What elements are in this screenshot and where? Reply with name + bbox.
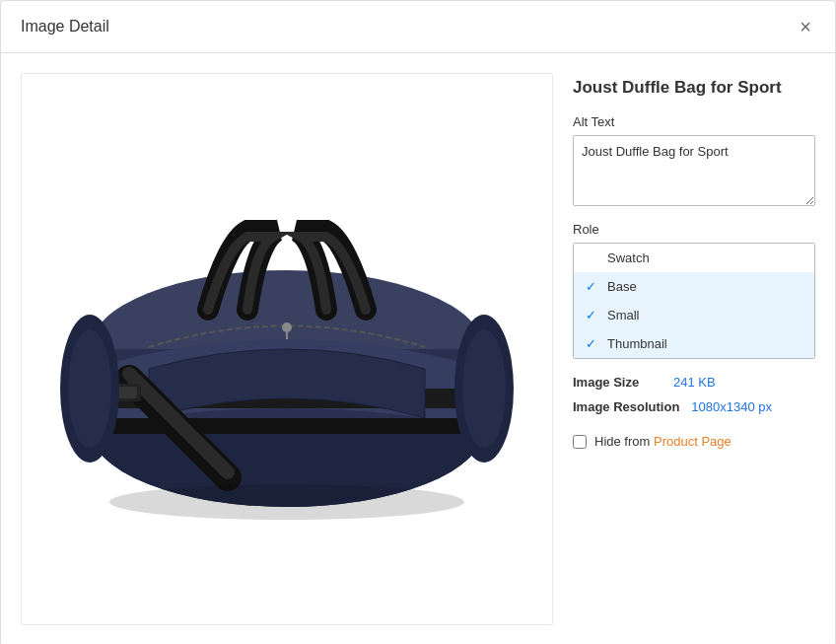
role-option-small[interactable]: ✓ Small <box>574 301 814 329</box>
role-listbox: Swatch ✓ Base ✓ Small ✓ Thumbnail <box>573 243 815 359</box>
image-resolution-label: Image Resolution <box>573 399 679 414</box>
image-size-value: 241 KB <box>673 375 716 390</box>
hide-label-prefix: Hide from <box>594 434 654 449</box>
role-small-label: Small <box>607 308 640 322</box>
svg-point-10 <box>462 329 506 448</box>
image-resolution-row: Image Resolution 1080x1340 px <box>573 399 815 414</box>
modal-header: Image Detail × <box>1 1 835 53</box>
role-label: Role <box>573 222 815 237</box>
hide-product-label[interactable]: Hide from Product Page <box>594 434 732 449</box>
thumbnail-check-icon: ✓ <box>586 336 599 351</box>
modal-title: Image Detail <box>21 18 109 36</box>
role-option-swatch[interactable]: Swatch <box>574 244 814 272</box>
role-option-thumbnail[interactable]: ✓ Thumbnail <box>574 329 814 358</box>
base-check-icon: ✓ <box>586 279 599 294</box>
role-base-label: Base <box>607 279 637 294</box>
svg-rect-6 <box>90 418 484 434</box>
role-thumbnail-label: Thumbnail <box>607 336 667 351</box>
hide-label-link[interactable]: Product Page <box>654 434 732 449</box>
image-size-label: Image Size <box>573 375 662 390</box>
modal-body: Joust Duffle Bag for Sport Alt Text Jous… <box>1 53 835 644</box>
svg-point-12 <box>68 329 111 448</box>
hide-from-product-row: Hide from Product Page <box>573 434 815 449</box>
role-swatch-label: Swatch <box>607 250 650 265</box>
product-name: Joust Duffle Bag for Sport <box>573 77 815 99</box>
product-image-panel <box>21 73 553 625</box>
product-image <box>50 112 523 586</box>
alt-text-input[interactable]: Joust Duffle Bag for Sport <box>573 135 815 206</box>
alt-text-group: Alt Text Joust Duffle Bag for Sport <box>573 114 815 206</box>
close-button[interactable]: × <box>796 15 815 38</box>
image-detail-modal: Image Detail × <box>0 0 836 644</box>
image-resolution-value: 1080x1340 px <box>691 399 772 414</box>
svg-point-13 <box>109 484 464 520</box>
image-size-row: Image Size 241 KB <box>573 375 815 390</box>
small-check-icon: ✓ <box>586 308 599 322</box>
alt-text-label: Alt Text <box>573 114 815 129</box>
role-group: Role Swatch ✓ Base ✓ Small ✓ <box>573 222 815 359</box>
detail-panel: Joust Duffle Bag for Sport Alt Text Jous… <box>573 73 815 625</box>
role-option-base[interactable]: ✓ Base <box>574 272 814 301</box>
meta-section: Image Size 241 KB Image Resolution 1080x… <box>573 375 815 414</box>
hide-product-checkbox[interactable] <box>573 435 587 449</box>
